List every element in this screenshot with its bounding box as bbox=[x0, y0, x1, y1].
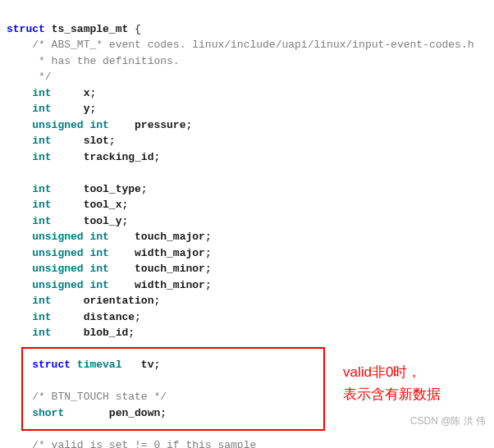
type-int: int bbox=[32, 151, 51, 163]
type-int: int bbox=[32, 183, 51, 195]
type-timeval: timeval bbox=[77, 359, 122, 371]
field-tool-type: tool_type bbox=[84, 183, 141, 195]
field-pressure: pressure bbox=[135, 119, 185, 131]
type-int: int bbox=[32, 199, 51, 211]
type-uint: unsigned int bbox=[32, 263, 109, 275]
field-width-minor: width_minor bbox=[135, 279, 205, 291]
watermark: CSDN @陈 洪 伟 bbox=[410, 414, 486, 428]
field-slot: slot bbox=[84, 135, 109, 147]
semi: ; bbox=[135, 311, 141, 323]
field-distance: distance bbox=[84, 311, 135, 323]
semi: ; bbox=[89, 87, 96, 99]
comment-abs-l1: /* ABS_MT_* event codes. linux/include/u… bbox=[32, 39, 473, 51]
semi: ; bbox=[185, 119, 192, 131]
annotation-l1: valid非0时， bbox=[343, 361, 441, 383]
type-short: short bbox=[32, 407, 64, 419]
semi: ; bbox=[205, 263, 212, 275]
comment-valid-l1: /* valid is set != 0 if this sample bbox=[32, 439, 256, 449]
semi: ; bbox=[109, 135, 116, 147]
kw-struct: struct bbox=[7, 23, 45, 35]
type-uint: unsigned int bbox=[32, 231, 109, 243]
type-uint: unsigned int bbox=[32, 247, 109, 259]
semi: ; bbox=[205, 279, 212, 291]
semi: ; bbox=[153, 359, 160, 371]
annotation-l2: 表示含有新数据 bbox=[343, 383, 441, 405]
field-width-major: width_major bbox=[135, 247, 205, 259]
annotation-text: valid非0时， 表示含有新数据 bbox=[343, 361, 441, 405]
field-orientation: orientation bbox=[84, 295, 154, 307]
semi: ; bbox=[89, 103, 96, 115]
field-tracking-id: tracking_id bbox=[84, 151, 154, 163]
semi: ; bbox=[121, 199, 128, 211]
field-pen-down: pen_down bbox=[109, 407, 160, 419]
field-tool-y: tool_y bbox=[84, 215, 122, 227]
open-brace: { bbox=[128, 23, 141, 35]
type-uint: unsigned int bbox=[32, 119, 109, 131]
semi: ; bbox=[153, 151, 160, 163]
comment-abs-l2: * has the definitions. bbox=[32, 55, 179, 67]
semi: ; bbox=[205, 231, 212, 243]
type-int: int bbox=[32, 103, 51, 115]
semi: ; bbox=[153, 295, 160, 307]
field-blob-id: blob_id bbox=[84, 327, 129, 339]
field-tv: tv bbox=[141, 359, 154, 371]
type-int: int bbox=[32, 87, 51, 99]
type-uint: unsigned int bbox=[32, 279, 109, 291]
field-touch-minor: touch_minor bbox=[135, 263, 205, 275]
semi: ; bbox=[128, 327, 135, 339]
type-int: int bbox=[32, 327, 51, 339]
field-tool-x: tool_x bbox=[84, 199, 122, 211]
struct-name: ts_sample_mt bbox=[52, 23, 129, 35]
comment-abs-l3: */ bbox=[32, 71, 51, 83]
kw-struct-tv: struct bbox=[32, 359, 71, 371]
type-int: int bbox=[32, 311, 51, 323]
comment-btn: /* BTN_TOUCH state */ bbox=[32, 391, 167, 403]
type-int: int bbox=[32, 135, 51, 147]
semi: ; bbox=[160, 407, 167, 419]
semi: ; bbox=[121, 215, 128, 227]
type-int: int bbox=[32, 215, 51, 227]
semi: ; bbox=[141, 183, 148, 195]
type-int: int bbox=[32, 295, 51, 307]
semi: ; bbox=[205, 247, 212, 259]
field-touch-major: touch_major bbox=[135, 231, 205, 243]
